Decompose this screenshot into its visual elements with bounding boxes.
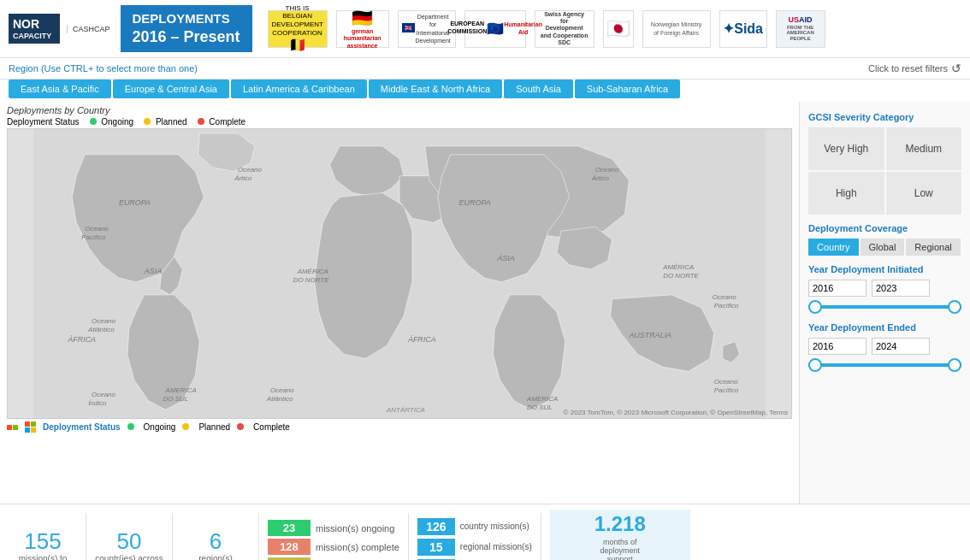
- slider-handle-initiated-right[interactable]: [948, 300, 961, 314]
- svg-text:Oceano: Oceano: [270, 386, 294, 394]
- svg-text:EUROPA: EUROPA: [459, 198, 491, 207]
- year-ended-from-input[interactable]: [808, 338, 866, 355]
- tab-europe-central-asia[interactable]: Europe & Central Asia: [113, 80, 229, 98]
- tab-south-asia[interactable]: South Asia: [504, 80, 573, 98]
- svg-text:AMERICA: AMERICA: [526, 395, 558, 403]
- months-label: months ofdeploymentsupportprovided: [600, 538, 641, 560]
- svg-text:Pacífico: Pacífico: [81, 233, 106, 241]
- tab-latin-america[interactable]: Latin America & Caribbean: [231, 80, 367, 98]
- stat-missions-to: 155 mission(s) to: [9, 510, 77, 560]
- divider-3: [258, 513, 259, 560]
- ongoing-dot: [90, 118, 97, 125]
- year-initiated-slider[interactable]: [808, 298, 961, 315]
- missions-to-label: mission(s) to: [19, 554, 68, 560]
- svg-text:ÁFRICA: ÁFRICA: [67, 335, 96, 344]
- svg-text:EUROPA: EUROPA: [119, 198, 151, 207]
- slider-handle-initiated-left[interactable]: [808, 300, 822, 314]
- svg-text:Oceano: Oceano: [714, 378, 738, 386]
- status-dot-ongoing: [127, 423, 134, 430]
- months-box: 1.218 months ofdeploymentsupportprovided…: [550, 510, 690, 560]
- regional-missions-badge: 15: [417, 539, 455, 556]
- partner-usaid: USAID FROM THE AMERICAN PEOPLE: [776, 10, 825, 48]
- deployment-legend: Deployment Status Ongoing Planned Comple…: [7, 117, 792, 127]
- status-complete-label: Complete: [253, 422, 290, 432]
- gcsi-high[interactable]: High: [808, 172, 884, 215]
- year-initiated-title: Year Deployment Initiated: [808, 264, 961, 274]
- msft-logo-2: [25, 421, 36, 433]
- map-title: Deployments by Country: [7, 105, 792, 115]
- right-panel: GCSI Severity Category Very High Medium …: [799, 102, 970, 504]
- gcsi-very-high[interactable]: Very High: [808, 127, 884, 170]
- year-initiated-to-input[interactable]: [872, 280, 930, 297]
- regions-number: 6: [210, 530, 222, 552]
- coverage-tabs: Country Global Regional: [808, 239, 961, 256]
- svg-text:Oceano: Oceano: [85, 225, 109, 233]
- ongoing-badge: 23: [268, 520, 311, 536]
- svg-text:Ártico: Ártico: [234, 174, 252, 182]
- year-initiated-inputs: [808, 280, 961, 297]
- mission-counts: 23 mission(s) ongoing 128 mission(s) com…: [268, 510, 399, 560]
- regional-missions-label: regional mission(s): [460, 542, 532, 551]
- missions-to-number: 155: [24, 530, 61, 552]
- crg-row-country: 126 country mission(s): [417, 518, 532, 535]
- world-map-container[interactable]: EUROPA ASIA AMÉRICA DO NORTE EUROPA ÁSIA…: [7, 128, 792, 419]
- status-dot-complete: [237, 423, 244, 430]
- msft-sq5: [31, 427, 36, 433]
- deployments-title: DEPLOYMENTS 2016 – Present: [121, 5, 252, 52]
- divider-2: [172, 513, 173, 560]
- crg-counts: 126 country mission(s) 15 regional missi…: [417, 510, 532, 560]
- cov-tab-regional[interactable]: Regional: [906, 239, 960, 256]
- year-ended-to-input[interactable]: [872, 338, 930, 355]
- partner-sida: ✦Sida: [719, 10, 767, 48]
- svg-text:ÁSIA: ÁSIA: [496, 254, 514, 262]
- svg-text:DO SUL: DO SUL: [527, 404, 553, 411]
- header: NOR CAPACITY CASHCAP DEPLOYMENTS 2016 – …: [0, 0, 970, 58]
- main-content: Deployments by Country Deployment Status…: [0, 102, 970, 504]
- slider-handle-ended-left[interactable]: [808, 358, 822, 372]
- svg-text:Pacífico: Pacífico: [714, 386, 739, 394]
- svg-text:AMERICA: AMERICA: [165, 386, 197, 394]
- svg-text:Oceano: Oceano: [238, 166, 262, 174]
- year-ended-slider[interactable]: [808, 357, 961, 374]
- legend-planned: Planned: [144, 117, 186, 127]
- partner-japan: 🇯🇵: [603, 10, 634, 48]
- msft-logo: [7, 425, 18, 430]
- tab-east-asia-pacific[interactable]: East Asia & Pacific: [9, 80, 111, 98]
- partner-mfa-norway: Norwegian Ministryof Foreign Affairs: [642, 10, 711, 48]
- msft-sq3: [31, 421, 36, 427]
- svg-text:AMÉRICA: AMÉRICA: [662, 263, 694, 271]
- svg-text:Oceano: Oceano: [595, 166, 619, 174]
- svg-text:DO NORTE: DO NORTE: [293, 276, 329, 284]
- status-planned-dot: [182, 422, 192, 432]
- months-number: 1.218: [594, 512, 646, 536]
- norcap-logo: NOR CAPACITY: [9, 14, 60, 44]
- gcsi-low[interactable]: Low: [886, 172, 962, 215]
- svg-text:Índico: Índico: [88, 399, 107, 407]
- tab-middle-east[interactable]: Middle East & North Africa: [369, 80, 502, 98]
- svg-text:DO NORTE: DO NORTE: [663, 272, 699, 280]
- title-line1: DEPLOYMENTS: [133, 10, 240, 27]
- status-planned-label: Planned: [198, 422, 230, 432]
- msft-sq4: [25, 427, 30, 433]
- year-ended-title: Year Deployment Ended: [808, 322, 961, 333]
- legend-complete: Complete: [198, 117, 246, 127]
- divider-4: [408, 513, 409, 560]
- reset-icon[interactable]: ↺: [951, 62, 961, 75]
- svg-text:AUSTRALIA: AUSTRALIA: [628, 331, 671, 339]
- gcsi-medium[interactable]: Medium: [886, 127, 962, 170]
- year-initiated-from-input[interactable]: [808, 280, 866, 297]
- planned-dot: [144, 118, 151, 125]
- map-attribution: © 2023 TomTom, © 2023 Microsoft Corporat…: [564, 409, 788, 416]
- cov-tab-global[interactable]: Global: [861, 239, 905, 256]
- map-status-bar: Deployment Status Ongoing Planned Comple…: [7, 419, 792, 435]
- svg-text:AMÉRICA: AMÉRICA: [297, 268, 328, 275]
- svg-text:Ártico: Ártico: [591, 174, 610, 182]
- svg-text:DO SUL: DO SUL: [163, 395, 189, 403]
- reset-filters-area[interactable]: Click to reset filters ↺: [868, 62, 961, 75]
- tab-sub-saharan-africa[interactable]: Sub-Saharan Africa: [575, 80, 680, 98]
- world-map-svg: EUROPA ASIA AMÉRICA DO NORTE EUROPA ÁSIA…: [8, 129, 791, 418]
- stat-countries: 50 countr(ies) across: [95, 510, 163, 560]
- cov-tab-country[interactable]: Country: [808, 239, 859, 256]
- slider-handle-ended-right[interactable]: [948, 358, 961, 372]
- title-year: 2016 – Present: [133, 27, 240, 47]
